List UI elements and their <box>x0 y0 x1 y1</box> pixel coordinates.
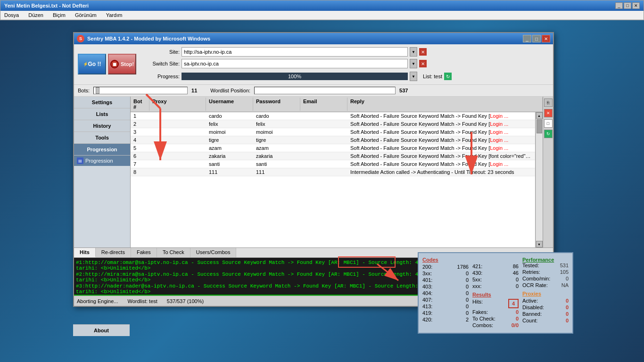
table-body-container: 1 cardo cardo Soft Aborted - Failure Sou… <box>131 112 543 247</box>
action-select[interactable]: □ <box>544 119 553 128</box>
code-420-label: 420: <box>422 317 432 322</box>
sidebar-progression[interactable]: Progression <box>74 144 130 156</box>
hits-value: 4 <box>508 299 519 308</box>
code-421-val: 86 <box>513 263 519 269</box>
td-email <box>300 129 347 135</box>
tab-redirects[interactable]: Re-directs <box>96 248 131 257</box>
scroll-track <box>536 119 543 241</box>
performance-column: Performance Tested: 531 Retries: 105 Com… <box>522 257 569 329</box>
progression-icon: ▤ <box>77 157 83 164</box>
menu-dosya[interactable]: Dosya <box>2 12 21 18</box>
td-password: tigre <box>253 137 300 143</box>
disabled-value: 0 <box>566 304 569 310</box>
menu-bicim[interactable]: Biçim <box>51 12 67 18</box>
tab-fakes[interactable]: Fakes <box>131 248 157 257</box>
sentry-title-left: S Sentry MBA 1.4.2 - Modded by Microsoft… <box>77 35 210 42</box>
code-420: 420: 2 <box>422 317 469 322</box>
switch-site-input[interactable] <box>182 59 408 68</box>
tab-hits[interactable]: Hits <box>74 248 96 257</box>
table-header: Bot # Proxy Username Password Email Repl… <box>131 97 543 112</box>
code-413-val: 0 <box>466 304 469 309</box>
sidebar-history[interactable]: History <box>74 120 130 132</box>
code-419-label: 419: <box>422 310 432 316</box>
sidebar-settings[interactable]: Settings <box>74 97 130 108</box>
col-email: Email <box>300 98 347 111</box>
td-password: moimoi <box>253 129 300 135</box>
sidebar-about[interactable]: About <box>73 324 130 336</box>
stop-label: Stop! <box>121 61 134 67</box>
sentry-title: Sentry MBA 1.4.2 - Modded by Microsoft W… <box>87 36 210 41</box>
menu-duzen[interactable]: Düzen <box>26 12 45 18</box>
list-refresh-btn[interactable]: ↻ <box>444 73 452 80</box>
tocheck-row: To Check: 0 <box>472 316 519 321</box>
sentry-maximize[interactable]: □ <box>532 35 541 42</box>
scroll-thumb <box>537 119 542 133</box>
code-430: 430: 46 <box>472 270 519 276</box>
notepad-close[interactable]: ✕ <box>632 2 640 9</box>
ocrrate-row: OCR Rate: NA <box>522 282 569 288</box>
progress-dropdown[interactable]: ▼ <box>410 72 417 81</box>
td-username: santi <box>206 161 253 167</box>
sentry-main: Settings Lists History Tools Progression… <box>74 97 553 247</box>
notepad-controls: _ □ ✕ <box>615 2 640 9</box>
tab-userscombos[interactable]: Users/Combos <box>190 248 237 257</box>
menu-yardim[interactable]: Yardım <box>104 12 124 18</box>
site-dropdown[interactable]: ▼ <box>410 47 417 57</box>
site-clear-btn[interactable]: ✕ <box>419 48 427 56</box>
scroll-up[interactable]: ▲ <box>536 112 543 119</box>
table-row: 2 felix felix Soft Aborted - Failure Sou… <box>131 120 535 128</box>
code-421: 421: 86 <box>472 263 519 269</box>
code-5xx-label: 5xx: <box>472 277 482 282</box>
combos-row: Combos: 0/0 <box>472 322 519 328</box>
tab-tocheck[interactable]: To Check <box>157 248 190 257</box>
td-email <box>300 121 347 127</box>
progress-label: Progress: <box>142 74 180 79</box>
td-reply: Soft Aborted - Failure Source Keyword Ma… <box>347 137 535 143</box>
action-delete[interactable]: ✕ <box>544 109 553 117</box>
proxies-title: Proxies <box>522 291 569 296</box>
combomin-label: Combo/min: <box>522 276 550 281</box>
sentry-minimize[interactable]: _ <box>523 35 531 42</box>
fakes-label: Fakes: <box>472 309 488 315</box>
td-proxy <box>149 145 206 151</box>
bots-slider[interactable] <box>93 87 188 94</box>
hits-row: Hits: 4 <box>472 299 519 308</box>
notepad-minimize[interactable]: _ <box>615 2 623 9</box>
td-username: cardo <box>206 113 253 119</box>
action-copy[interactable]: ⎘ <box>544 99 553 107</box>
notepad-maximize[interactable]: □ <box>624 2 631 9</box>
td-proxy <box>149 137 206 143</box>
action-refresh[interactable]: ↻ <box>544 130 553 138</box>
code-407-val: 0 <box>466 297 469 303</box>
menu-gorunum[interactable]: Görünüm <box>73 12 99 18</box>
bot-controls: Bots: 11 Wordlist Position: 537 <box>74 85 553 97</box>
code-403-val: 0 <box>466 284 469 289</box>
stop-button[interactable]: ⏹ Stop! <box>108 54 136 74</box>
switch-site-dropdown[interactable]: ▼ <box>410 59 417 68</box>
table-scrollbar[interactable]: ▲ ▼ <box>535 112 543 247</box>
table-row: 8 111 111 Intermediate Action called -> … <box>131 168 535 176</box>
sidebar-lists[interactable]: Lists <box>74 108 130 120</box>
sentry-close[interactable]: ✕ <box>542 35 550 42</box>
table-row: 3 moimoi moimoi Soft Aborted - Failure S… <box>131 128 535 136</box>
td-proxy <box>149 129 206 135</box>
sidebar-tools[interactable]: Tools <box>74 132 130 144</box>
code-401: 401: 0 <box>422 277 469 283</box>
sidebar-progression-item[interactable]: ▤ Progression <box>74 156 130 166</box>
code-430-label: 430: <box>472 270 482 276</box>
tested-label: Tested: <box>522 263 539 268</box>
scroll-down[interactable]: ▼ <box>536 241 543 247</box>
sentry-window-controls: _ □ ✕ <box>523 35 550 42</box>
switch-site-clear-btn[interactable]: ✕ <box>419 60 427 67</box>
stop-icon: ⏹ <box>110 60 119 68</box>
td-bot: 2 <box>131 121 149 127</box>
stats-popup: Codes 200: 1786 3xx: 0 401: 0 403: 0 404… <box>418 252 573 334</box>
go-button[interactable]: ⚡ Go !! <box>78 54 106 74</box>
td-reply: Soft Aborted - Failure Source Keyword Ma… <box>347 161 535 167</box>
bots-label: Bots: <box>78 88 90 93</box>
td-email <box>300 137 347 143</box>
combomin-row: Combo/min: 0 <box>522 276 569 281</box>
td-email <box>300 169 347 175</box>
site-input[interactable] <box>182 47 408 57</box>
notepad-window: Yeni Metin Belgesi.txt - Not Defteri _ □… <box>0 0 644 20</box>
